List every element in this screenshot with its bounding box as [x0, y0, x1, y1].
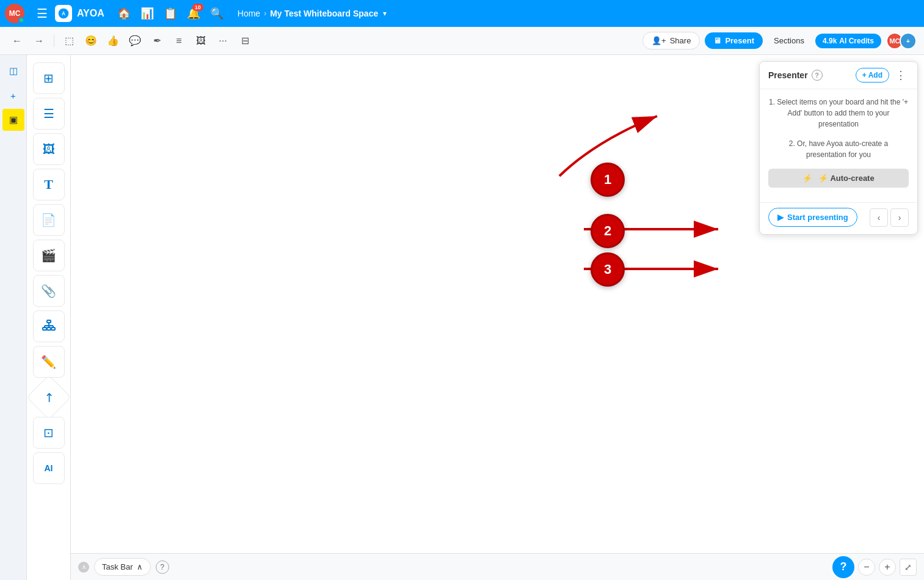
side-panel-active-icon[interactable]: ▣ [2, 109, 24, 131]
emoji-button[interactable]: 😊 [81, 31, 101, 51]
hamburger-menu[interactable]: ☰ [33, 4, 51, 23]
nav-notification-btn[interactable]: 🔔 10 [183, 2, 205, 24]
breadcrumb: Home › My Test Whiteboard Space ▾ [238, 9, 387, 18]
presenter-nav-arrows: ‹ › [870, 208, 909, 227]
svg-text:A: A [62, 10, 65, 17]
more-button[interactable]: ··· [213, 31, 233, 51]
zoom-in-button[interactable]: + [879, 559, 896, 576]
svg-rect-3 [43, 328, 46, 330]
presenter-title: Presenter ? [768, 70, 823, 81]
presenter-footer: ▶ Start presenting ‹ › [760, 202, 917, 234]
left-toolbar: ⊞ ☰ 🖼 T 📄 🎬 📎 ✏️ ↗ ⊡ AI [27, 55, 71, 580]
left-side-panel: ◫ + ▣ [0, 55, 27, 580]
share-icon: 👤+ [652, 36, 666, 45]
nav-icons: 🏠 📊 📋 🔔 10 🔍 [113, 2, 228, 24]
step-circle-3: 3 [591, 252, 625, 287]
step-circle-1: 1 [591, 163, 625, 197]
autocreate-icon: ⚡ [802, 174, 812, 183]
video-tool-button[interactable]: 🎬 [33, 240, 65, 271]
side-panel-nav-icon[interactable]: ◫ [2, 60, 24, 82]
image-button[interactable]: 🖼 [191, 31, 211, 51]
nav-home-btn[interactable]: 🏠 [113, 2, 135, 24]
table-button[interactable]: ⊟ [235, 31, 255, 51]
user-avatar[interactable]: MC [5, 4, 24, 23]
doc-tool-button[interactable]: 📄 [33, 204, 65, 236]
nav-search-btn[interactable]: 🔍 [206, 2, 228, 24]
redo-button[interactable]: → [29, 31, 49, 51]
bottom-bar-left: ∧ Task Bar ∧ ? [78, 558, 169, 576]
presenter-more-button[interactable]: ⋮ [893, 68, 909, 82]
svg-rect-5 [51, 328, 55, 330]
presenter-next-button[interactable]: › [890, 208, 909, 227]
arrow-tool-button[interactable]: ↗ [27, 375, 71, 420]
start-presenting-icon: ▶ [777, 213, 784, 222]
present-icon: 🖥 [713, 36, 721, 45]
bottom-expand-button[interactable]: ∧ [78, 562, 89, 573]
embed-tool-button[interactable]: ⊡ [33, 417, 65, 449]
list-tool-button[interactable]: ☰ [33, 98, 65, 130]
image-tool-button[interactable]: 🖼 [33, 133, 65, 165]
start-presenting-button[interactable]: ▶ Start presenting [768, 208, 857, 227]
org-chart-tool-button[interactable] [33, 310, 65, 342]
toolbar-right: 👤+ Share 🖥 Present Sections 4.9k AI Cred… [642, 32, 917, 50]
nav-notes-btn[interactable]: 📋 [159, 2, 181, 24]
fullscreen-button[interactable]: ⤢ [900, 559, 917, 576]
taskbar-help-button[interactable]: ? [156, 560, 169, 574]
top-navigation: MC ☰ A AYOA 🏠 📊 📋 🔔 10 🔍 Home › My Test … [0, 0, 924, 27]
present-button[interactable]: 🖥 Present [705, 32, 763, 49]
presenter-header: Presenter ? + Add ⋮ [760, 62, 917, 89]
logo-text: AYOA [77, 8, 104, 19]
breadcrumb-home[interactable]: Home [238, 9, 260, 18]
svg-rect-4 [47, 328, 51, 330]
taskbar-button[interactable]: Task Bar ∧ [94, 558, 151, 576]
select-button[interactable]: ⬚ [59, 31, 79, 51]
autocreate-button[interactable]: ⚡ ⚡ Auto-create [768, 169, 909, 188]
attach-tool-button[interactable]: 📎 [33, 275, 65, 307]
collab-avatar-2[interactable]: + [900, 32, 917, 50]
breadcrumb-chevron: › [264, 9, 266, 18]
step-circle-2: 2 [591, 214, 625, 248]
side-panel-add-icon[interactable]: + [2, 84, 24, 106]
presenter-header-actions: + Add ⋮ [856, 68, 909, 83]
list-button[interactable]: ≡ [169, 31, 189, 51]
help-circle-button[interactable]: ? [832, 556, 854, 578]
format-button[interactable]: ✒ [147, 31, 167, 51]
zoom-controls: ? − + ⤢ [832, 556, 917, 578]
canvas-area[interactable]: 1 2 3 Presenter ? + Add ⋮ [71, 55, 924, 580]
toolbar-divider-1 [54, 35, 54, 47]
draw-tool-button[interactable]: ✏️ [33, 346, 65, 378]
share-button[interactable]: 👤+ Share [642, 32, 700, 50]
comment-button[interactable]: 💬 [125, 31, 145, 51]
notification-badge: 10 [192, 4, 203, 11]
presenter-step1-text: 1. Select items on your board and hit th… [768, 97, 909, 130]
frame-tool-button[interactable]: ⊞ [33, 62, 65, 94]
presenter-step2-text: 2. Or, have Ayoa auto-create a presentat… [768, 138, 909, 160]
bottom-bar: ∧ Task Bar ∧ ? ? − + ⤢ [71, 553, 924, 580]
like-button[interactable]: 👍 [103, 31, 123, 51]
zoom-out-button[interactable]: − [858, 559, 875, 576]
presenter-help-button[interactable]: ? [812, 70, 823, 81]
main-layout: ◫ + ▣ ⊞ ☰ 🖼 T 📄 🎬 📎 ✏️ ↗ ⊡ AI [0, 55, 924, 580]
online-indicator [18, 17, 24, 23]
breadcrumb-current[interactable]: My Test Whiteboard Space [270, 9, 378, 18]
ai-credits-badge[interactable]: 4.9k AI Credits [815, 34, 881, 48]
logo-icon: A [55, 5, 72, 22]
presenter-prev-button[interactable]: ‹ [870, 208, 888, 227]
svg-rect-2 [47, 320, 51, 323]
presenter-panel: Presenter ? + Add ⋮ 1. Select items on y… [759, 61, 918, 235]
presenter-add-button[interactable]: + Add [856, 68, 889, 83]
ai-tool-button[interactable]: AI [33, 452, 65, 484]
undo-button[interactable]: ← [7, 31, 27, 51]
collab-avatars: MC + [886, 32, 917, 50]
text-tool-button[interactable]: T [33, 169, 65, 200]
nav-board-btn[interactable]: 📊 [136, 2, 158, 24]
sections-button[interactable]: Sections [768, 32, 810, 49]
taskbar-chevron-icon: ∧ [137, 562, 143, 571]
presenter-body: 1. Select items on your board and hit th… [760, 89, 917, 202]
breadcrumb-dropdown-arrow[interactable]: ▾ [383, 9, 387, 18]
secondary-toolbar: ← → ⬚ 😊 👍 💬 ✒ ≡ 🖼 ··· ⊟ 👤+ Share 🖥 Prese… [0, 27, 924, 55]
